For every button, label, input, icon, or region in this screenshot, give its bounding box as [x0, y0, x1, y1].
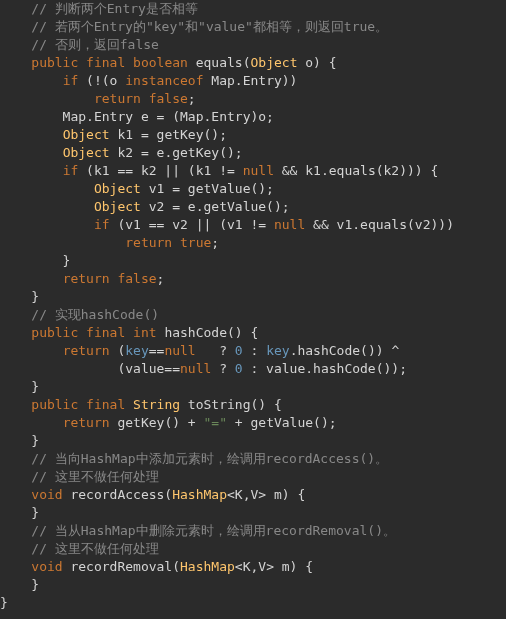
keyword: false — [117, 271, 156, 286]
code-line: Map.Entry e = (Map.Entry)o; — [0, 109, 274, 124]
brace: } — [0, 379, 39, 394]
keyword: return — [125, 235, 172, 250]
comment: // 判断两个Entry是否相等 — [31, 1, 198, 16]
code: ( — [110, 343, 126, 358]
keyword: void — [31, 559, 62, 574]
comment: // 当向HashMap中添加元素时，绘调用recordAccess()。 — [31, 451, 388, 466]
code: k1 = getKey(); — [110, 127, 227, 142]
brace: } — [0, 253, 70, 268]
comment: // 若两个Entry的"key"和"value"都相等，则返回true。 — [31, 19, 388, 34]
keyword: return — [94, 91, 141, 106]
semi: ; — [211, 235, 219, 250]
keyword: null — [164, 343, 195, 358]
class: HashMap — [172, 487, 227, 502]
keyword: null — [180, 361, 211, 376]
semi: ; — [157, 271, 165, 286]
code: : — [243, 343, 266, 358]
method-name: equals( — [188, 55, 251, 70]
field: key — [125, 343, 148, 358]
brace: } — [0, 595, 8, 610]
comment: // 实现hashCode() — [31, 307, 159, 322]
class: Object — [63, 127, 110, 142]
keyword: public — [31, 397, 78, 412]
keyword: null — [243, 163, 274, 178]
keyword: return — [63, 415, 110, 430]
class: Object — [251, 55, 298, 70]
code: v1 = getValue(); — [141, 181, 274, 196]
code: && k1.equals(k2))) { — [274, 163, 438, 178]
method-name: recordRemoval( — [63, 559, 180, 574]
brace: } — [0, 577, 39, 592]
code: k2 = e.getKey(); — [110, 145, 243, 160]
code: : value.hashCode()); — [243, 361, 407, 376]
field: key — [266, 343, 289, 358]
keyword: final — [86, 397, 125, 412]
keyword: int — [133, 325, 156, 340]
code: + getValue(); — [227, 415, 337, 430]
code: (!(o — [78, 73, 125, 88]
class: String — [133, 397, 180, 412]
keyword: if — [63, 163, 79, 178]
code: getKey() + — [110, 415, 204, 430]
number: 0 — [235, 361, 243, 376]
code: (k1 == k2 || (k1 != — [78, 163, 242, 178]
code: (v1 == v2 || (v1 != — [110, 217, 274, 232]
keyword: public — [31, 325, 78, 340]
code: && v1.equals(v2))) — [305, 217, 454, 232]
comment: // 这里不做任何处理 — [31, 469, 158, 484]
keyword: void — [31, 487, 62, 502]
param: o) { — [297, 55, 336, 70]
comment: // 当从HashMap中删除元素时，绘调用recordRemoval()。 — [31, 523, 396, 538]
code: (value== — [0, 361, 180, 376]
param: <K,V> m) { — [235, 559, 313, 574]
class: Object — [63, 145, 110, 160]
class: Object — [94, 199, 141, 214]
number: 0 — [235, 343, 243, 358]
brace: } — [0, 289, 39, 304]
code: Map.Entry)) — [204, 73, 298, 88]
code-block: // 判断两个Entry是否相等 // 若两个Entry的"key"和"valu… — [0, 0, 506, 612]
keyword: final — [86, 55, 125, 70]
keyword: false — [149, 91, 188, 106]
class: Object — [94, 181, 141, 196]
brace: } — [0, 433, 39, 448]
brace: } — [0, 505, 39, 520]
code: .hashCode()) ^ — [290, 343, 400, 358]
method-name: toString() { — [180, 397, 282, 412]
param: <K,V> m) { — [227, 487, 305, 502]
class: HashMap — [180, 559, 235, 574]
keyword: boolean — [133, 55, 188, 70]
comment: // 这里不做任何处理 — [31, 541, 158, 556]
code: == — [149, 343, 165, 358]
comment: // 否则，返回false — [31, 37, 159, 52]
method-name: hashCode() { — [157, 325, 259, 340]
keyword: null — [274, 217, 305, 232]
keyword: return — [63, 271, 110, 286]
string: "=" — [204, 415, 227, 430]
code: ? — [196, 343, 235, 358]
keyword: public — [31, 55, 78, 70]
code: ? — [211, 361, 234, 376]
keyword: true — [180, 235, 211, 250]
keyword: return — [63, 343, 110, 358]
keyword: final — [86, 325, 125, 340]
semi: ; — [188, 91, 196, 106]
keyword: if — [94, 217, 110, 232]
keyword: instanceof — [125, 73, 203, 88]
method-name: recordAccess( — [63, 487, 173, 502]
code: v2 = e.getValue(); — [141, 199, 290, 214]
keyword: if — [63, 73, 79, 88]
